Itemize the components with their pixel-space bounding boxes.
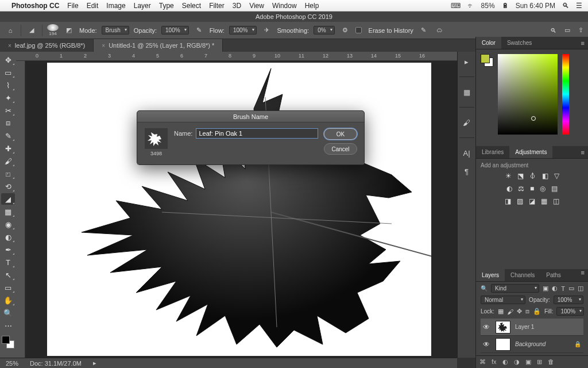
threshold-icon[interactable]: ◪ bbox=[529, 197, 535, 205]
gradient-tool[interactable]: ▦ bbox=[1, 206, 15, 217]
hue-icon[interactable]: ◐ bbox=[506, 185, 512, 193]
opacity-dropdown[interactable]: 100% bbox=[161, 26, 189, 34]
airbrush-icon[interactable]: ✈ bbox=[261, 25, 273, 36]
zoom-level[interactable]: 25% bbox=[6, 360, 18, 367]
gradient-map-icon[interactable]: ▦ bbox=[541, 197, 547, 205]
share-icon[interactable]: ⇪ bbox=[578, 26, 583, 34]
hand-tool[interactable]: ✋ bbox=[1, 294, 15, 306]
clock[interactable]: Sun 6:40 PM bbox=[516, 2, 555, 10]
stamp-tool[interactable]: ⏍ bbox=[1, 168, 15, 179]
cancel-button[interactable]: Cancel bbox=[324, 143, 357, 155]
mode-dropdown[interactable]: Brush bbox=[102, 26, 129, 34]
pressure-opacity-icon[interactable]: ✎ bbox=[194, 25, 205, 36]
smoothing-gear-icon[interactable]: ⚙ bbox=[339, 25, 351, 36]
mask-icon[interactable]: ◐ bbox=[502, 358, 508, 366]
brush-preview-icon[interactable] bbox=[47, 24, 59, 31]
edit-toolbar[interactable]: ⋯ bbox=[1, 320, 15, 331]
menu-type[interactable]: Type bbox=[159, 2, 174, 10]
pen-tool[interactable]: ✒ bbox=[1, 244, 15, 255]
spotlight-icon[interactable]: 🔍︎ bbox=[562, 2, 569, 10]
pressure-size-icon[interactable]: ✎ bbox=[418, 25, 430, 36]
link-icon[interactable]: ⌘ bbox=[479, 358, 486, 366]
photo-filter-icon[interactable]: ◎ bbox=[540, 185, 546, 193]
history-brush-tool[interactable]: ⟲ bbox=[1, 181, 15, 192]
home-icon[interactable]: ⌂ bbox=[5, 25, 16, 36]
filter-shape-icon[interactable]: ▭ bbox=[568, 285, 574, 292]
menu-layer[interactable]: Layer bbox=[134, 2, 151, 10]
channel-mixer-icon[interactable]: ▤ bbox=[551, 185, 558, 193]
blur-tool[interactable]: ◉ bbox=[1, 218, 15, 230]
fill-dropdown[interactable]: 100% bbox=[556, 307, 584, 316]
trash-icon[interactable]: 🗑 bbox=[548, 358, 554, 366]
keyboard-icon[interactable]: ⌨ bbox=[451, 2, 461, 10]
crop-tool[interactable]: ✂ bbox=[1, 105, 15, 116]
selective-color-icon[interactable]: ◫ bbox=[553, 197, 559, 205]
vibrance-icon[interactable]: ▽ bbox=[554, 172, 559, 180]
lock-pos-icon[interactable]: ✥ bbox=[517, 308, 522, 315]
quick-select-tool[interactable]: ✦ bbox=[1, 92, 15, 103]
panel-menu-icon[interactable]: ≡ bbox=[578, 37, 588, 49]
path-select-tool[interactable]: ↖ bbox=[1, 269, 15, 281]
curves-icon[interactable]: ⦽ bbox=[529, 172, 536, 180]
layer-item-background[interactable]: 👁 Background 🔒 bbox=[481, 336, 583, 353]
zoom-tool[interactable]: 🔍 bbox=[1, 307, 15, 319]
layer-item-layer1[interactable]: 👁 Layer 1 bbox=[481, 319, 583, 336]
panel-menu-icon[interactable]: ≡ bbox=[578, 269, 588, 281]
lock-trans-icon[interactable]: ▦ bbox=[498, 308, 504, 315]
eraser-icon[interactable]: ◢ bbox=[26, 25, 37, 36]
filter-type-icon[interactable]: T bbox=[561, 285, 565, 292]
tab-swatches[interactable]: Swatches bbox=[501, 37, 537, 49]
status-chevron-icon[interactable]: ▸ bbox=[93, 359, 96, 367]
invert-icon[interactable]: ◨ bbox=[505, 197, 511, 205]
menu-file[interactable]: File bbox=[67, 2, 78, 10]
erase-history-checkbox[interactable] bbox=[355, 27, 362, 33]
lasso-tool[interactable]: ⌇ bbox=[1, 79, 15, 91]
adj-layer-icon[interactable]: ◑ bbox=[514, 358, 520, 366]
filter-adj-icon[interactable]: ◐ bbox=[552, 285, 558, 292]
tab-untitled[interactable]: ×Untitled-1 @ 25% (Layer 1, RGB/8*) * bbox=[94, 39, 223, 52]
wifi-icon[interactable]: ᯤ bbox=[467, 2, 474, 10]
panel-menu-icon[interactable]: ≡ bbox=[578, 146, 588, 158]
expand-icon[interactable]: ▸ bbox=[461, 56, 473, 67]
menu-select[interactable]: Select bbox=[182, 2, 201, 10]
menu-3d[interactable]: 3D bbox=[233, 2, 241, 10]
new-layer-icon[interactable]: ⊞ bbox=[537, 358, 542, 366]
layer-opacity-dropdown[interactable]: 100% bbox=[554, 296, 583, 304]
flow-dropdown[interactable]: 100% bbox=[229, 26, 257, 34]
kind-filter[interactable]: Kind bbox=[491, 284, 539, 293]
menu-edit[interactable]: Edit bbox=[87, 2, 99, 10]
tab-adjustments[interactable]: Adjustments bbox=[509, 146, 552, 158]
brush-panel-icon[interactable]: ◩ bbox=[63, 25, 75, 36]
tab-libraries[interactable]: Libraries bbox=[476, 146, 509, 158]
lock-nest-icon[interactable]: ⧈ bbox=[525, 308, 529, 315]
menu-view[interactable]: View bbox=[249, 2, 264, 10]
brush-tool[interactable]: 🖌 bbox=[1, 155, 15, 167]
healing-tool[interactable]: ✚ bbox=[1, 143, 15, 154]
group-icon[interactable]: ▣ bbox=[525, 358, 531, 366]
exposure-icon[interactable]: ◧ bbox=[542, 172, 548, 180]
paragraph-icon[interactable]: ¶ bbox=[461, 166, 473, 177]
menu-filter[interactable]: Filter bbox=[209, 2, 225, 10]
close-icon[interactable]: × bbox=[102, 43, 105, 49]
menu-extras-icon[interactable]: ☰ bbox=[576, 2, 582, 10]
tab-channels[interactable]: Channels bbox=[505, 269, 540, 281]
levels-icon[interactable]: ⬔ bbox=[517, 172, 524, 180]
move-tool[interactable]: ✥ bbox=[1, 54, 15, 66]
fg-bg-swatch[interactable] bbox=[481, 54, 493, 67]
color-field[interactable] bbox=[498, 54, 558, 135]
brightness-icon[interactable]: ☀ bbox=[505, 172, 512, 180]
tab-leaf[interactable]: ×leaf.jpg @ 25% (RGB/8*) bbox=[0, 39, 94, 52]
type-tool[interactable]: T bbox=[1, 256, 15, 268]
tab-color[interactable]: Color bbox=[476, 37, 501, 49]
bw-icon[interactable]: ■ bbox=[530, 185, 534, 193]
menu-image[interactable]: Image bbox=[106, 2, 125, 10]
menu-app[interactable]: Photoshop CC bbox=[11, 2, 59, 10]
shape-tool[interactable]: ▭ bbox=[1, 282, 15, 293]
visibility-icon[interactable]: 👁 bbox=[483, 340, 491, 348]
brushes-icon[interactable]: 🖌 bbox=[461, 117, 473, 128]
smoothing-dropdown[interactable]: 0% bbox=[314, 26, 334, 34]
lock-all-icon[interactable]: 🔒 bbox=[533, 308, 541, 315]
filter-smart-icon[interactable]: ◫ bbox=[578, 285, 583, 292]
brush-name-input[interactable] bbox=[196, 128, 318, 139]
visibility-icon[interactable]: 👁 bbox=[483, 323, 491, 331]
